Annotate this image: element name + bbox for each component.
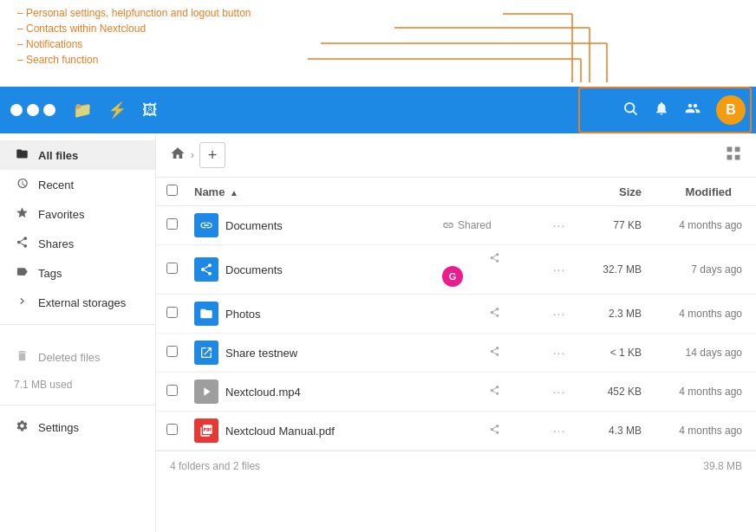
share-icon-small <box>489 253 500 266</box>
more-options-btn[interactable]: ··· <box>548 307 571 321</box>
more-options-btn[interactable]: ··· <box>548 385 571 399</box>
row-checkbox[interactable] <box>166 218 178 230</box>
deleted-icon <box>14 349 29 365</box>
shared-info: G <box>442 252 546 287</box>
sidebar-item-favorites[interactable]: Favorites <box>0 199 155 229</box>
row-checkbox[interactable] <box>166 346 178 357</box>
shared-link-badge: Shared <box>442 219 546 231</box>
logo-circle-3 <box>43 104 55 116</box>
shared-user-avatar: G <box>442 266 463 287</box>
sidebar-item-all-files[interactable]: All files <box>0 140 155 170</box>
row-checkbox[interactable] <box>166 307 178 318</box>
search-icon[interactable] <box>622 101 638 120</box>
activity-nav-icon[interactable]: ⚡ <box>108 101 127 120</box>
user-avatar[interactable]: B <box>716 95 746 125</box>
file-size: 32.7 MB <box>572 263 642 276</box>
file-modified: 4 months ago <box>642 425 746 437</box>
sidebar-item-shares[interactable]: Shares <box>0 229 155 258</box>
contacts-icon[interactable] <box>685 101 701 120</box>
table-row[interactable]: Nextcloud.mp4 ··· 452 KB 4 months ago <box>156 373 756 412</box>
table-header: Name ▲ Size Modified <box>156 178 756 206</box>
table-row[interactable]: Nextcloud Manual.pdf ··· 4.3 MB 4 months… <box>156 412 756 451</box>
file-icon-pdf <box>194 418 218 443</box>
notifications-icon[interactable] <box>654 101 669 120</box>
table-row[interactable]: Documents Shared ··· 77 KB 4 months ago <box>156 206 756 245</box>
header-nav: 📁 ⚡ 🖼 <box>73 101 158 120</box>
files-nav-icon[interactable]: 📁 <box>73 101 92 120</box>
recent-label: Recent <box>38 178 74 191</box>
file-icon-video <box>194 380 218 404</box>
shares-label: Shares <box>38 237 74 250</box>
home-breadcrumb[interactable] <box>170 146 186 165</box>
file-icon-shared-link <box>194 341 218 365</box>
shared-info <box>442 346 546 360</box>
logo-circle-1 <box>10 104 23 116</box>
annotation-text: – Personal settings, helpfunction and lo… <box>17 7 251 69</box>
table-row[interactable]: Documents G ··· 32.7 MB 7 days ago <box>156 245 756 295</box>
sidebar-settings[interactable]: Settings <box>0 412 155 442</box>
file-size: 2.3 MB <box>572 308 642 320</box>
row-check <box>166 346 194 360</box>
shared-info <box>442 424 546 438</box>
share-icon-small <box>489 347 500 360</box>
gallery-nav-icon[interactable]: 🖼 <box>142 101 158 120</box>
file-table: Name ▲ Size Modified Documents <box>156 178 756 532</box>
select-all-checkbox[interactable] <box>166 185 178 196</box>
breadcrumb-bar: › + <box>156 133 756 178</box>
row-checkbox[interactable] <box>166 385 178 396</box>
more-options-btn[interactable]: ··· <box>548 424 571 438</box>
tags-icon <box>14 265 29 281</box>
deleted-label: Deleted files <box>38 351 101 364</box>
all-files-label: All files <box>38 149 78 162</box>
view-toggle[interactable] <box>725 145 742 166</box>
col-size-header: Size <box>572 185 642 198</box>
col-name-header[interactable]: Name ▲ <box>194 185 468 198</box>
file-icon-shared-folder <box>194 257 218 282</box>
row-check <box>166 424 194 438</box>
sidebar-item-deleted[interactable]: Deleted files <box>0 342 155 372</box>
file-size: 4.3 MB <box>572 425 642 437</box>
content: › + Name ▲ Size Modified <box>156 133 756 532</box>
header: 📁 ⚡ 🖼 B <box>0 87 756 133</box>
share-icon-small <box>489 425 500 438</box>
table-row[interactable]: Photos ··· 2.3 MB 4 months ago <box>156 295 756 334</box>
external-storages-label: External storages <box>38 296 126 309</box>
breadcrumb-separator: › <box>191 149 194 161</box>
row-check <box>166 218 194 232</box>
file-modified: 4 months ago <box>642 308 746 320</box>
settings-label: Settings <box>38 421 79 434</box>
share-icon-small <box>489 386 500 399</box>
more-options-btn[interactable]: ··· <box>548 218 571 232</box>
more-options-btn[interactable]: ··· <box>548 346 571 360</box>
table-footer: 4 folders and 2 files 39.8 MB <box>156 451 756 481</box>
shared-info: Shared <box>442 219 546 231</box>
logo-circles <box>10 104 55 116</box>
file-modified: 14 days ago <box>642 347 746 359</box>
sidebar-item-external-storages[interactable]: External storages <box>0 288 155 317</box>
share-icon-small <box>489 308 500 321</box>
svg-line-9 <box>633 111 636 114</box>
more-options-btn[interactable]: ··· <box>548 263 571 276</box>
sidebar-divider <box>0 324 155 325</box>
logo <box>10 104 55 116</box>
external-storages-icon <box>14 295 29 310</box>
file-size: 452 KB <box>572 386 642 398</box>
file-icon-shared-folder <box>194 213 218 237</box>
sidebar-divider-2 <box>0 405 155 405</box>
sidebar-item-tags[interactable]: Tags <box>0 258 155 288</box>
all-files-icon <box>14 147 29 163</box>
favorites-icon <box>14 206 29 222</box>
table-row[interactable]: Share testnew ··· < 1 KB 14 days ago <box>156 334 756 373</box>
row-checkbox[interactable] <box>166 263 178 274</box>
row-check <box>166 307 194 321</box>
shared-info <box>442 385 546 399</box>
sidebar-item-recent[interactable]: Recent <box>0 170 155 199</box>
file-size: 77 KB <box>572 219 642 231</box>
file-name: Photos <box>225 308 442 321</box>
row-checkbox[interactable] <box>166 424 178 435</box>
file-size: < 1 KB <box>572 347 642 359</box>
annotation-svg <box>0 0 756 87</box>
add-button[interactable]: + <box>199 142 225 168</box>
file-name: Share testnew <box>225 347 442 360</box>
recent-icon <box>14 177 29 192</box>
